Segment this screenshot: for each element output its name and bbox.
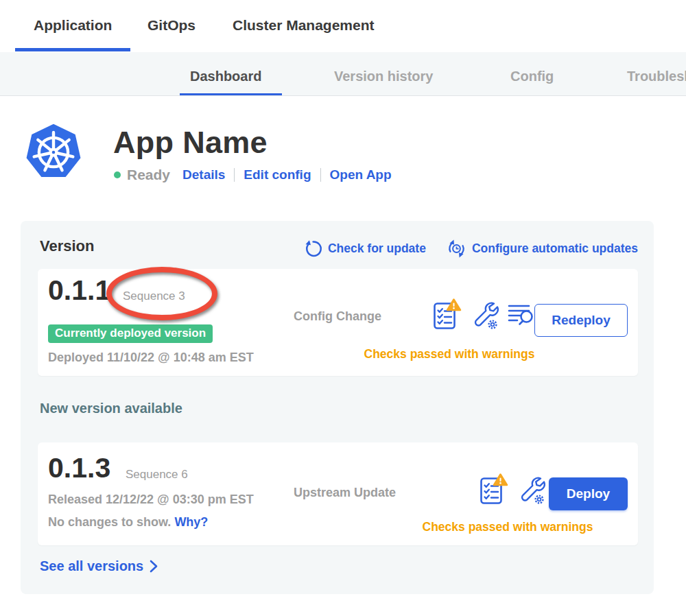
top-nav: Application GitOps Cluster Management [0, 0, 686, 52]
page: Application GitOps Cluster Management Da… [0, 0, 686, 616]
why-link[interactable]: Why? [174, 515, 208, 529]
check-for-update-link[interactable]: Check for update [304, 239, 426, 259]
details-link[interactable]: Details [182, 167, 225, 182]
scheduled-sync-icon [447, 239, 466, 259]
deployed-timestamp: Deployed 11/10/22 @ 10:48 am EST [48, 351, 254, 365]
current-version-number: 0.1.1 [48, 274, 110, 307]
version-panel: Version Check for update Configur [21, 221, 654, 594]
current-source-label: Config Change [294, 309, 381, 324]
current-checks-status: Checks passed with warnings [326, 347, 573, 362]
subtab-troubleshoot[interactable]: Troubleshoot [627, 69, 686, 84]
edit-config-link[interactable]: Edit config [244, 167, 311, 182]
app-status-row: Ready Details Edit config Open App [114, 167, 392, 183]
status-text: Ready [127, 167, 170, 183]
configure-automatic-updates-link[interactable]: Configure automatic updates [447, 239, 638, 259]
configure-automatic-updates-label: Configure automatic updates [472, 241, 638, 256]
preflight-checks-warning-icon[interactable] [434, 298, 462, 330]
currently-deployed-badge: Currently deployed version [48, 324, 213, 343]
app-title: App Name [113, 125, 268, 161]
kubernetes-logo-icon [23, 121, 84, 187]
release-notes-icon[interactable] [508, 301, 534, 327]
available-version-sequence: Sequence 6 [126, 468, 188, 482]
divider [320, 168, 321, 182]
new-version-heading: New version available [40, 401, 182, 416]
top-tab-application[interactable]: Application [34, 17, 112, 34]
active-subtab-underline [180, 93, 282, 96]
subtab-version-history[interactable]: Version history [334, 69, 434, 84]
no-changes-text: No changes to show. Why? [48, 515, 208, 530]
version-panel-title: Version [40, 237, 94, 255]
current-version-card: 0.1.1 Sequence 3 Currently deployed vers… [38, 269, 638, 376]
no-changes-label: No changes to show. [48, 515, 171, 529]
deploy-button[interactable]: Deploy [549, 477, 628, 510]
top-tab-cluster-management[interactable]: Cluster Management [233, 17, 375, 34]
divider [234, 168, 235, 182]
available-version-icons [480, 473, 545, 505]
check-for-update-label: Check for update [328, 241, 426, 256]
available-version-card: 0.1.3 Sequence 6 Released 12/12/22 @ 03:… [38, 442, 638, 545]
available-checks-status: Checks passed with warnings [384, 520, 631, 534]
subtab-dashboard[interactable]: Dashboard [190, 69, 261, 84]
top-tab-gitops[interactable]: GitOps [147, 17, 196, 34]
available-version-number: 0.1.3 [48, 452, 110, 484]
status-dot-icon [114, 171, 121, 178]
chevron-right-icon [150, 560, 158, 573]
current-version-sequence: Sequence 3 [123, 289, 185, 303]
available-source-label: Upstream Update [294, 486, 396, 500]
active-tab-underline [15, 48, 130, 51]
refresh-icon [304, 239, 322, 258]
see-all-versions-label: See all versions [40, 558, 143, 574]
subtab-config[interactable]: Config [510, 69, 554, 84]
config-wrench-icon[interactable] [471, 298, 499, 330]
version-panel-actions: Check for update Configure automatic upd… [304, 239, 638, 259]
preflight-checks-warning-icon[interactable] [480, 473, 508, 505]
redeploy-button[interactable]: Redeploy [534, 304, 628, 337]
released-timestamp: Released 12/12/22 @ 03:30 pm EST [48, 493, 254, 507]
open-app-link[interactable]: Open App [330, 167, 392, 182]
current-version-icons [434, 298, 534, 330]
sub-nav: Dashboard Version history Config Trouble… [0, 52, 686, 96]
see-all-versions-link[interactable]: See all versions [40, 558, 158, 574]
config-wrench-icon[interactable] [517, 473, 545, 505]
